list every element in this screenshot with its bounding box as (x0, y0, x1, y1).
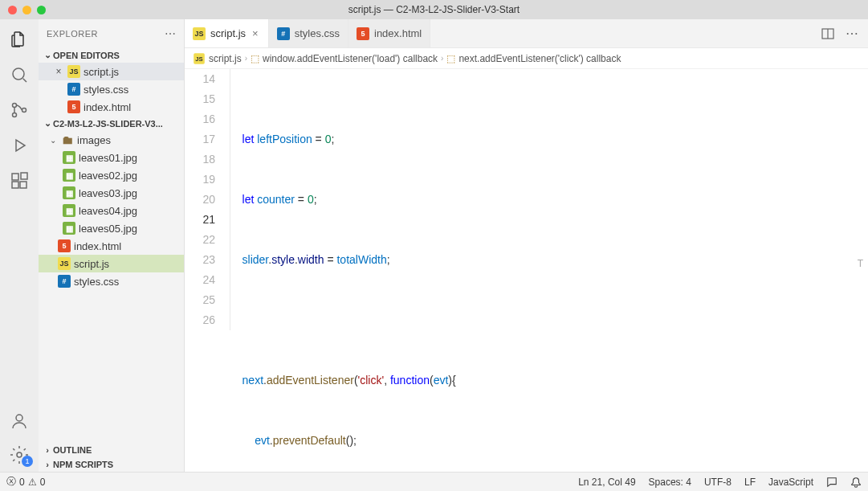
open-editor-item[interactable]: 5 index.html (39, 98, 184, 116)
language-status[interactable]: JavaScript (768, 477, 813, 488)
sidebar-menu-icon[interactable]: ⋯ (165, 27, 177, 40)
settings-badge: 1 (22, 456, 33, 467)
svg-point-2 (13, 113, 17, 117)
breadcrumb-symbol[interactable]: ⬚window.addEventListener('load') callbac… (251, 53, 438, 64)
settings-icon[interactable]: 1 (9, 444, 30, 465)
split-editor-icon[interactable] (821, 27, 834, 40)
chevron-down-icon: ⌄ (48, 136, 58, 145)
error-count: 0 (19, 477, 25, 488)
close-window[interactable] (8, 6, 17, 14)
file-label: index.html (84, 101, 131, 113)
more-actions-icon[interactable]: ⋯ (846, 26, 858, 41)
code-editor[interactable]: 14151617181920212223242526 let leftPosit… (185, 69, 868, 472)
chevron-down-icon: ⌄ (42, 118, 53, 129)
explorer-icon[interactable] (9, 29, 30, 50)
file-item[interactable]: ▦leaves02.jpg (39, 166, 184, 184)
cursor-position[interactable]: Ln 21, Col 49 (578, 477, 635, 488)
file-label: script.js (84, 66, 119, 78)
image-file-icon: ▦ (63, 151, 75, 164)
css-file-icon: # (67, 83, 80, 96)
file-item[interactable]: ▦leaves01.jpg (39, 149, 184, 166)
js-file-icon: JS (58, 257, 71, 270)
eol-status[interactable]: LF (744, 477, 756, 488)
symbol-icon: ⬚ (251, 53, 259, 64)
file-item[interactable]: #styles.css (39, 272, 184, 290)
problems-status[interactable]: ⓧ0 ⚠0 (6, 475, 45, 489)
breadcrumb-label: script.js (209, 53, 242, 64)
html-file-icon: 5 (67, 100, 80, 113)
chevron-right-icon: › (441, 54, 443, 63)
project-header[interactable]: ⌄ C2-M3-L2-JS-SLIDER-V3... (39, 116, 184, 131)
feedback-icon[interactable] (826, 477, 837, 488)
line-numbers: 14151617181920212223242526 (185, 69, 230, 472)
encoding-status[interactable]: UTF-8 (704, 477, 731, 488)
tab-label: styles.css (295, 27, 340, 39)
file-item[interactable]: 5index.html (39, 237, 184, 255)
svg-point-8 (16, 415, 22, 421)
project-label: C2-M3-L2-JS-SLIDER-V3... (53, 119, 163, 129)
notifications-icon[interactable] (850, 477, 862, 488)
chevron-right-icon: › (42, 460, 53, 469)
html-file-icon: 5 (357, 27, 369, 40)
close-icon[interactable]: × (53, 66, 64, 77)
file-label: leaves01.jpg (79, 152, 137, 164)
code-content[interactable]: let leftPosition = 0; let counter = 0; s… (230, 69, 868, 472)
tab-index-html[interactable]: 5 index.html (348, 19, 430, 47)
file-label: styles.css (74, 276, 119, 288)
activity-bar: 1 (0, 19, 39, 472)
folder-label: images (77, 134, 111, 146)
css-file-icon: # (277, 27, 290, 40)
file-item[interactable]: JSscript.js (39, 255, 184, 272)
editor-area: JS script.js × # styles.css 5 index.html… (185, 19, 868, 472)
sidebar: EXPLORER ⋯ ⌄ OPEN EDITORS × JS script.js… (39, 19, 185, 472)
npm-scripts-header[interactable]: › NPM SCRIPTS (39, 457, 184, 472)
file-label: leaves05.jpg (79, 223, 137, 235)
folder-item[interactable]: ⌄ 🖿 images (39, 131, 184, 149)
indentation-status[interactable]: Spaces: 4 (649, 477, 691, 488)
svg-point-1 (13, 104, 17, 108)
breadcrumb-symbol[interactable]: ⬚next.addEventListener('click') callback (446, 53, 621, 64)
search-icon[interactable] (9, 64, 30, 85)
titlebar: script.js — C2-M3-L2-JS-Slider-V3-Start (0, 0, 868, 19)
chevron-down-icon: ⌄ (42, 50, 53, 60)
debug-icon[interactable] (9, 135, 30, 156)
symbol-icon: ⬚ (446, 53, 455, 64)
file-item[interactable]: ▦leaves03.jpg (39, 184, 184, 202)
open-editors-header[interactable]: ⌄ OPEN EDITORS (39, 47, 184, 63)
open-editor-item[interactable]: × JS script.js (39, 63, 184, 80)
file-label: script.js (74, 258, 109, 270)
html-file-icon: 5 (58, 239, 71, 252)
outline-label: OUTLINE (53, 445, 92, 455)
maximize-window[interactable] (37, 6, 46, 14)
window-title: script.js — C2-M3-L2-JS-Slider-V3-Start (348, 4, 520, 15)
close-icon[interactable]: × (251, 27, 260, 39)
error-icon: ⓧ (6, 475, 16, 489)
open-editor-item[interactable]: # styles.css (39, 80, 184, 98)
tab-label: index.html (374, 27, 422, 39)
minimize-window[interactable] (22, 6, 31, 14)
svg-rect-7 (21, 173, 27, 179)
tab-script-js[interactable]: JS script.js × (185, 19, 269, 47)
account-icon[interactable] (9, 411, 30, 432)
sidebar-title: EXPLORER (47, 29, 98, 39)
file-item[interactable]: ▦leaves04.jpg (39, 202, 184, 219)
breadcrumb-label: next.addEventListener('click') callback (458, 53, 621, 64)
breadcrumbs[interactable]: JSscript.js › ⬚window.addEventListener('… (185, 48, 868, 69)
extensions-icon[interactable] (9, 170, 30, 191)
folder-icon: 🖿 (61, 133, 74, 146)
file-label: styles.css (84, 84, 128, 96)
tabs-row: JS script.js × # styles.css 5 index.html… (185, 19, 868, 48)
chevron-right-icon: › (245, 54, 247, 63)
js-file-icon: JS (193, 27, 206, 40)
npm-label: NPM SCRIPTS (53, 460, 113, 469)
file-item[interactable]: ▦leaves05.jpg (39, 219, 184, 237)
file-label: index.html (74, 240, 121, 252)
tab-label: script.js (210, 27, 246, 39)
outline-header[interactable]: › OUTLINE (39, 443, 184, 457)
warning-count: 0 (40, 477, 46, 488)
file-label: leaves04.jpg (79, 205, 137, 217)
source-control-icon[interactable] (9, 100, 30, 121)
tab-styles-css[interactable]: # styles.css (269, 19, 348, 47)
image-file-icon: ▦ (63, 222, 75, 235)
breadcrumb-file[interactable]: JSscript.js (193, 52, 242, 65)
